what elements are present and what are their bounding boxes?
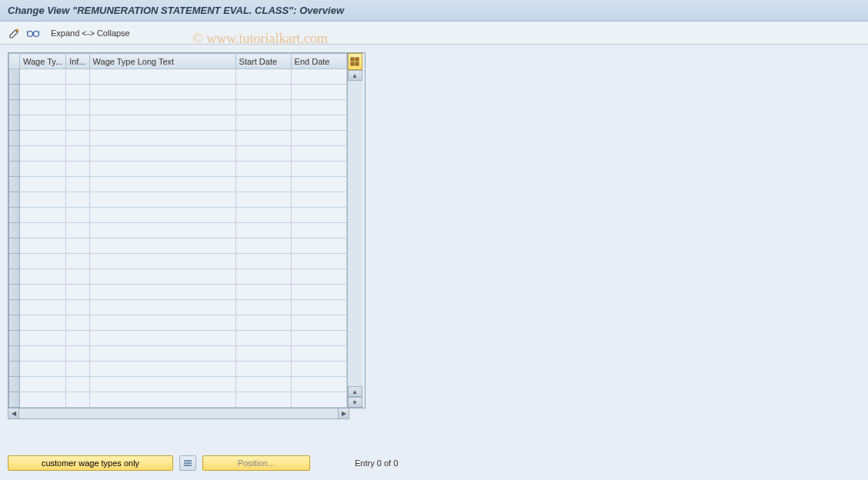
table-row[interactable] bbox=[9, 331, 347, 346]
table-row[interactable] bbox=[9, 346, 347, 362]
row-selector[interactable] bbox=[9, 285, 20, 300]
cell-long-text[interactable] bbox=[89, 315, 235, 331]
cell-inf[interactable] bbox=[66, 85, 89, 100]
col-header-start-date[interactable]: Start Date bbox=[235, 54, 291, 69]
table-row[interactable] bbox=[9, 115, 347, 131]
cell-inf[interactable] bbox=[66, 315, 89, 331]
row-selector[interactable] bbox=[9, 177, 20, 192]
cell-inf[interactable] bbox=[66, 346, 89, 362]
cell-long-text[interactable] bbox=[89, 377, 235, 392]
row-selector[interactable] bbox=[9, 238, 20, 254]
cell-inf[interactable] bbox=[66, 362, 89, 377]
cell-long-text[interactable] bbox=[89, 392, 235, 408]
table-row[interactable] bbox=[9, 192, 347, 208]
row-selector[interactable] bbox=[9, 146, 20, 162]
row-selector[interactable] bbox=[9, 392, 20, 408]
cell-wage-type[interactable] bbox=[20, 300, 66, 315]
cell-start-date[interactable] bbox=[235, 331, 291, 346]
cell-start-date[interactable] bbox=[235, 362, 291, 377]
scroll-right-button[interactable]: ▶ bbox=[338, 408, 349, 418]
cell-long-text[interactable] bbox=[89, 100, 235, 115]
table-row[interactable] bbox=[9, 146, 347, 162]
cell-inf[interactable] bbox=[66, 285, 89, 300]
table-row[interactable] bbox=[9, 131, 347, 146]
cell-wage-type[interactable] bbox=[20, 392, 66, 408]
table-row[interactable] bbox=[9, 69, 347, 85]
row-selector[interactable] bbox=[9, 69, 20, 85]
table-row[interactable] bbox=[9, 254, 347, 269]
cell-end-date[interactable] bbox=[291, 131, 346, 146]
cell-inf[interactable] bbox=[66, 392, 89, 408]
cell-end-date[interactable] bbox=[291, 100, 346, 115]
row-selector[interactable] bbox=[9, 85, 20, 100]
table-row[interactable] bbox=[9, 238, 347, 254]
cell-end-date[interactable] bbox=[291, 346, 346, 362]
change-icon[interactable] bbox=[8, 26, 22, 40]
cell-long-text[interactable] bbox=[89, 331, 235, 346]
cell-long-text[interactable] bbox=[89, 131, 235, 146]
table-row[interactable] bbox=[9, 100, 347, 115]
table-row[interactable] bbox=[9, 377, 347, 392]
cell-wage-type[interactable] bbox=[20, 238, 66, 254]
cell-inf[interactable] bbox=[66, 238, 89, 254]
cell-wage-type[interactable] bbox=[20, 377, 66, 392]
cell-inf[interactable] bbox=[66, 377, 89, 392]
cell-long-text[interactable] bbox=[89, 300, 235, 315]
cell-inf[interactable] bbox=[66, 192, 89, 208]
cell-wage-type[interactable] bbox=[20, 331, 66, 346]
cell-start-date[interactable] bbox=[235, 146, 291, 162]
table-row[interactable] bbox=[9, 269, 347, 285]
cell-end-date[interactable] bbox=[291, 177, 346, 192]
cell-long-text[interactable] bbox=[89, 192, 235, 208]
cell-end-date[interactable] bbox=[291, 331, 346, 346]
cell-start-date[interactable] bbox=[235, 238, 291, 254]
h-scroll-track[interactable] bbox=[19, 408, 338, 418]
glasses-icon[interactable] bbox=[26, 26, 40, 40]
cell-wage-type[interactable] bbox=[20, 192, 66, 208]
cell-inf[interactable] bbox=[66, 100, 89, 115]
cell-inf[interactable] bbox=[66, 269, 89, 285]
cell-long-text[interactable] bbox=[89, 269, 235, 285]
cell-inf[interactable] bbox=[66, 331, 89, 346]
cell-start-date[interactable] bbox=[235, 115, 291, 131]
cell-start-date[interactable] bbox=[235, 85, 291, 100]
cell-long-text[interactable] bbox=[89, 223, 235, 238]
cell-long-text[interactable] bbox=[89, 346, 235, 362]
cell-end-date[interactable] bbox=[291, 146, 346, 162]
cell-end-date[interactable] bbox=[291, 269, 346, 285]
cell-wage-type[interactable] bbox=[20, 208, 66, 223]
cell-end-date[interactable] bbox=[291, 192, 346, 208]
table-row[interactable] bbox=[9, 177, 347, 192]
cell-start-date[interactable] bbox=[235, 162, 291, 177]
cell-start-date[interactable] bbox=[235, 223, 291, 238]
scroll-down-near-button[interactable]: ▲ bbox=[348, 386, 362, 397]
table-row[interactable] bbox=[9, 362, 347, 377]
col-header-wage-type[interactable]: Wage Ty... bbox=[20, 54, 66, 69]
scroll-up-button[interactable]: ▲ bbox=[348, 70, 362, 81]
cell-end-date[interactable] bbox=[291, 377, 346, 392]
cell-inf[interactable] bbox=[66, 300, 89, 315]
cell-wage-type[interactable] bbox=[20, 115, 66, 131]
cell-wage-type[interactable] bbox=[20, 254, 66, 269]
cell-long-text[interactable] bbox=[89, 254, 235, 269]
row-selector[interactable] bbox=[9, 254, 20, 269]
cell-end-date[interactable] bbox=[291, 115, 346, 131]
row-selector[interactable] bbox=[9, 131, 20, 146]
cell-start-date[interactable] bbox=[235, 377, 291, 392]
cell-end-date[interactable] bbox=[291, 392, 346, 408]
cell-end-date[interactable] bbox=[291, 238, 346, 254]
cell-long-text[interactable] bbox=[89, 69, 235, 85]
table-row[interactable] bbox=[9, 223, 347, 238]
row-selector[interactable] bbox=[9, 300, 20, 315]
cell-end-date[interactable] bbox=[291, 285, 346, 300]
table-row[interactable] bbox=[9, 208, 347, 223]
table-row[interactable] bbox=[9, 392, 347, 408]
row-selector[interactable] bbox=[9, 208, 20, 223]
cell-inf[interactable] bbox=[66, 69, 89, 85]
cell-long-text[interactable] bbox=[89, 162, 235, 177]
cell-start-date[interactable] bbox=[235, 131, 291, 146]
cell-start-date[interactable] bbox=[235, 392, 291, 408]
cell-wage-type[interactable] bbox=[20, 362, 66, 377]
cell-wage-type[interactable] bbox=[20, 223, 66, 238]
cell-start-date[interactable] bbox=[235, 254, 291, 269]
